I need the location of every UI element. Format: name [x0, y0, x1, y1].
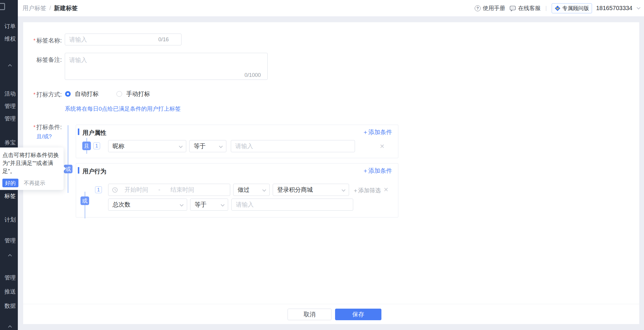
chevron-down-icon [179, 144, 183, 148]
auto-tag-hint: 系统将在每日0点给已满足条件的用户打上标签 [65, 105, 181, 113]
metric-select[interactable]: 总次数 [108, 199, 187, 211]
radio-auto-label[interactable]: 自动打标 [75, 90, 99, 98]
page-title: 新建标签 [54, 4, 78, 12]
end-time-placeholder: 结束时间 [171, 186, 194, 194]
tag-name-label: *标签名称: [23, 37, 62, 45]
chevron-down-icon [342, 188, 345, 192]
group-accent-bar [78, 128, 79, 135]
connector-line [68, 125, 68, 193]
app-screen: 订单 维权 活动 管理 管理 券宝 标签 计划 管理 管理 推送 数据 用户标签… [0, 0, 644, 330]
save-button[interactable]: 保存 [335, 309, 381, 320]
sidebar-item-push[interactable]: 推送 [4, 288, 16, 295]
online-service-label: 在线客服 [518, 4, 541, 12]
tooltip-ok-button[interactable]: 好的 [2, 179, 18, 187]
divider: | [545, 5, 547, 11]
connector-stub [86, 138, 87, 142]
method-label: *打标方式: [23, 91, 62, 99]
sidebar-item-data[interactable]: 数据 [4, 303, 16, 309]
row-logic-or-badge[interactable]: 或 [80, 196, 89, 205]
start-time-placeholder: 开始时间 [124, 186, 148, 194]
account-number[interactable]: 18165703334 [596, 5, 632, 12]
plan-badge[interactable]: 专属顾问版 [552, 3, 592, 13]
logo-icon [0, 3, 5, 10]
plan-badge-label: 专属顾问版 [562, 5, 589, 12]
tag-note-label: 标签备注: [23, 56, 62, 64]
tooltip-text-line1: 点击可将打标条件切换 [2, 151, 61, 159]
online-service-link[interactable]: 在线客服 [509, 4, 541, 12]
sidebar-item-tags[interactable]: 标签 [4, 193, 16, 199]
sidebar-item-manage-2[interactable]: 管理 [4, 115, 16, 122]
tooltip-dismiss-link[interactable]: 不再提示 [24, 180, 45, 187]
sidebar-item-manage-4[interactable]: 管理 [4, 275, 16, 281]
tag-name-counter: 0/16 [158, 37, 169, 43]
help-manual-link[interactable]: ? 使用手册 [475, 4, 505, 12]
chevron-down-icon [219, 144, 223, 148]
row-index-badge: 1 [93, 142, 100, 149]
chevron-up-icon[interactable] [9, 255, 12, 258]
action-select[interactable]: 做过 [233, 184, 270, 196]
chevron-down-icon[interactable] [637, 6, 640, 9]
sidebar-item-manage-1[interactable]: 管理 [4, 103, 16, 110]
condition-group-user-attribute: 用户属性 ＋添加条件 且 1 昵称 等于 ✕ [76, 125, 398, 158]
clock-icon [112, 187, 118, 193]
sidebar-item-plan[interactable]: 计划 [4, 217, 16, 223]
and-or-tooltip: 点击可将打标条件切换 为“并且满足”“或者满 足”。 好的 不再提示 [0, 147, 64, 190]
sidebar-item-manage-3[interactable]: 管理 [4, 237, 16, 244]
row-index-badge: 1 [95, 186, 102, 193]
breadcrumb: 用户标签 / 新建标签 [23, 0, 78, 16]
breadcrumb-separator: / [49, 5, 51, 12]
cancel-button[interactable]: 取消 [288, 309, 332, 320]
chevron-up-icon[interactable] [9, 65, 12, 68]
chevron-down-icon [180, 203, 184, 207]
add-condition-link[interactable]: ＋添加条件 [362, 167, 392, 175]
event-select[interactable]: 登录积分商城 [273, 184, 349, 196]
top-bar: 用户标签 / 新建标签 ? 使用手册 在线客服 | [18, 0, 644, 16]
remove-row-icon[interactable]: ✕ [383, 187, 389, 193]
method-radio-group: 自动打标 手动打标 [65, 90, 150, 98]
metric-value-input[interactable] [231, 199, 353, 211]
range-separator: - [158, 186, 160, 193]
help-manual-label: 使用手册 [483, 4, 505, 12]
tag-note-counter: 0/1000 [244, 72, 261, 78]
chevron-up-icon[interactable] [9, 326, 12, 329]
group-title: 用户属性 [83, 129, 106, 137]
sidebar-item-coupon[interactable]: 券宝 [4, 139, 16, 146]
date-range-picker[interactable]: 开始时间 - 结束时间 [108, 184, 230, 196]
add-filter-link[interactable]: ＋添加筛选 [353, 187, 381, 194]
group-accent-bar [78, 167, 79, 174]
footer-divider [23, 304, 639, 304]
main-panel: *标签名称: 0/16 标签备注: 0/1000 *打标方式: 自动打标 手动打… [23, 22, 639, 324]
row-logic-and-badge[interactable]: 且 [82, 142, 91, 150]
and-or-toggle-link[interactable]: 且/或? [37, 133, 52, 140]
connector-stub [85, 192, 85, 218]
breadcrumb-parent[interactable]: 用户标签 [23, 4, 46, 12]
diamond-vip-icon [555, 5, 561, 11]
operator-select[interactable]: 等于 [189, 140, 226, 152]
condition-group-user-behavior: 用户行为 ＋添加条件 1 开始时间 - 结束时间 做过 登录积分商城 [76, 163, 398, 218]
group-title: 用户行为 [83, 167, 106, 175]
tag-note-textarea[interactable] [65, 53, 268, 80]
tooltip-actions: 好的 不再提示 [2, 179, 61, 187]
tooltip-text-line2: 为“并且满足”“或者满 [2, 159, 61, 167]
condition-value-input[interactable] [231, 140, 355, 152]
tooltip-arrow [63, 166, 66, 171]
field-select[interactable]: 昵称 [108, 140, 186, 152]
sidebar-item-rights[interactable]: 维权 [4, 36, 16, 42]
sidebar-item-activity[interactable]: 活动 [4, 91, 16, 97]
question-circle-icon: ? [475, 5, 481, 11]
radio-auto-selected-icon[interactable] [65, 91, 71, 97]
sidebar-item-orders[interactable]: 订单 [4, 23, 16, 30]
remove-row-icon[interactable]: ✕ [380, 143, 385, 149]
chevron-down-icon [221, 203, 225, 207]
top-bar-actions: ? 使用手册 在线客服 | 专属顾问版 18165703334 [475, 0, 639, 16]
conditions-label: *打标条件: [23, 123, 62, 131]
tooltip-text-line3: 足”。 [2, 167, 61, 175]
operator-select[interactable]: 等于 [190, 199, 228, 211]
radio-manual-icon[interactable] [116, 91, 122, 97]
chat-bubble-icon [509, 5, 516, 12]
chevron-down-icon [262, 188, 266, 192]
add-condition-link[interactable]: ＋添加条件 [362, 128, 392, 136]
connector-stub [86, 150, 87, 154]
radio-manual-label[interactable]: 手动打标 [126, 90, 150, 98]
